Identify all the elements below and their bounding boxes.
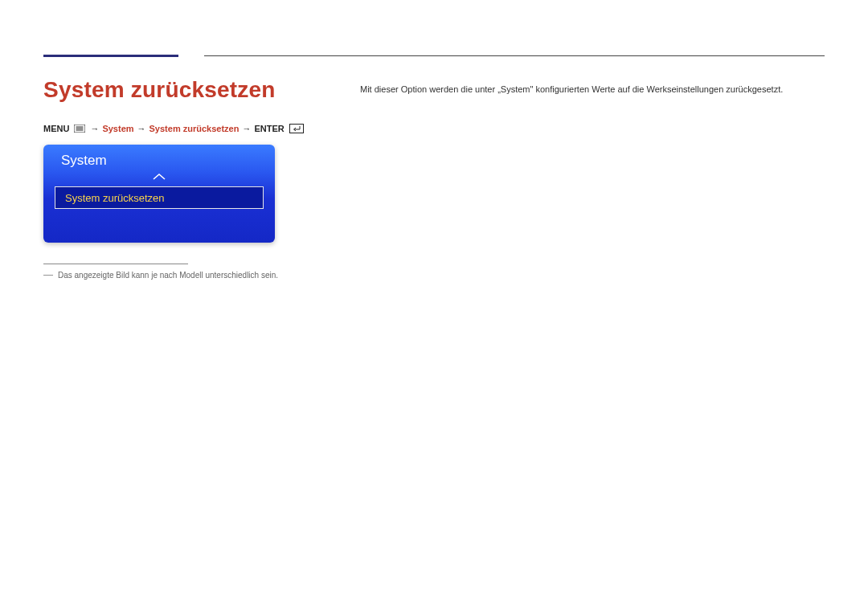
footnote-dash: ― xyxy=(43,270,53,280)
enter-icon xyxy=(289,124,304,133)
breadcrumb-menu-label: MENU xyxy=(43,124,69,133)
breadcrumb-arrow: → xyxy=(137,124,146,133)
breadcrumb: MENU → System → System zurücksetzen → EN… xyxy=(43,124,304,133)
header-accent-bar xyxy=(43,55,178,57)
breadcrumb-segment-system: System xyxy=(102,124,133,133)
breadcrumb-arrow: → xyxy=(242,124,251,133)
osd-panel: System System zurücksetzen xyxy=(43,145,275,243)
page-title: System zurücksetzen xyxy=(43,77,276,103)
breadcrumb-segment-reset: System zurücksetzen xyxy=(149,124,240,133)
chevron-up-icon[interactable] xyxy=(43,172,275,183)
page-root: System zurücksetzen Mit dieser Option we… xyxy=(0,0,868,613)
svg-rect-4 xyxy=(289,125,303,133)
osd-item-system-reset[interactable]: System zurücksetzen xyxy=(55,186,264,209)
description-text: Mit dieser Option werden die unter „Syst… xyxy=(360,83,825,96)
footnote-text: Das angezeigte Bild kann je nach Modell … xyxy=(58,271,278,280)
osd-title: System xyxy=(43,145,275,172)
footnote: ― Das angezeigte Bild kann je nach Model… xyxy=(43,270,278,280)
footnote-rule xyxy=(43,264,188,264)
menu-icon xyxy=(74,125,85,133)
breadcrumb-arrow: → xyxy=(90,124,99,133)
osd-item-label: System zurücksetzen xyxy=(65,192,165,204)
header-rule xyxy=(204,55,825,56)
breadcrumb-enter-label: ENTER xyxy=(254,124,284,133)
